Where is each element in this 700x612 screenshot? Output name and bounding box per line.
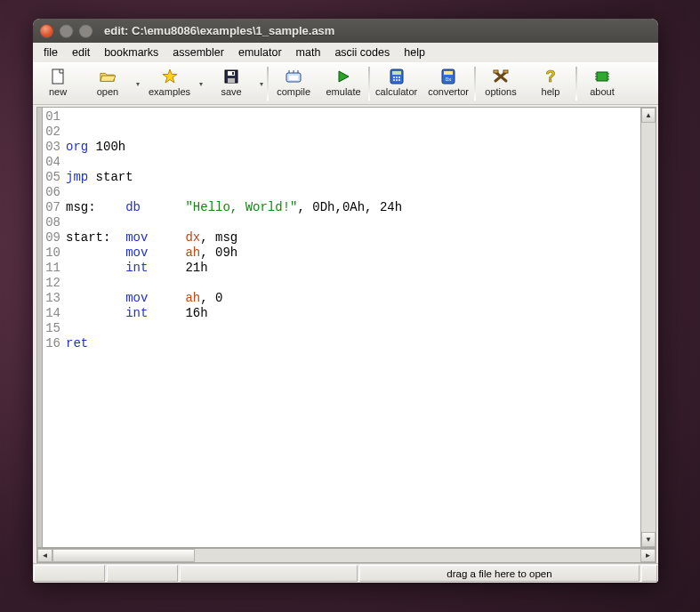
code-line[interactable]: 01 — [43, 109, 640, 125]
line-content[interactable] — [66, 125, 640, 140]
scroll-left-button[interactable]: ◄ — [37, 549, 52, 562]
line-content[interactable]: jmp start — [66, 170, 640, 185]
code-editor[interactable]: 010203org 100h0405jmp start0607msg: db "… — [43, 108, 640, 547]
vertical-scrollbar[interactable]: ▲ ▼ — [640, 108, 656, 547]
compile-icon — [286, 68, 302, 85]
opts-icon — [493, 68, 509, 85]
scroll-right-button[interactable]: ► — [640, 549, 656, 562]
code-line[interactable]: 05jmp start — [43, 170, 640, 185]
code-line[interactable]: 14 int 16h — [43, 306, 640, 321]
code-line[interactable]: 12 — [43, 276, 640, 291]
toolbar-label: save — [221, 86, 241, 97]
status-cell-3 — [180, 565, 358, 582]
code-line[interactable]: 06 — [43, 185, 640, 200]
line-content[interactable] — [66, 109, 640, 125]
calc-icon — [389, 68, 405, 85]
examples-dropdown[interactable]: ▾ — [196, 63, 206, 104]
toolbar-label: examples — [149, 86, 190, 97]
convertor-button[interactable]: 0xconvertor — [422, 63, 474, 104]
emulate-button[interactable]: emulate — [318, 63, 368, 104]
horizontal-scrollbar[interactable]: ◄ ► — [36, 548, 656, 563]
code-line[interactable]: 13 mov ah, 0 — [43, 291, 640, 306]
toolbar-label: emulate — [326, 86, 361, 97]
code-line[interactable]: 09start: mov dx, msg — [43, 230, 640, 246]
code-line[interactable]: 02 — [43, 125, 640, 140]
maximize-icon[interactable] — [79, 24, 93, 37]
close-icon[interactable] — [40, 24, 53, 37]
line-content[interactable] — [66, 215, 640, 230]
help-button[interactable]: ?help — [526, 63, 575, 104]
line-number: 11 — [43, 261, 66, 276]
line-content[interactable]: ret — [66, 336, 640, 351]
star-icon — [162, 68, 178, 85]
compile-button[interactable]: compile — [269, 63, 318, 104]
svg-rect-10 — [289, 76, 298, 80]
calculator-button[interactable]: calculator — [370, 63, 422, 104]
menu-edit[interactable]: edit — [65, 44, 97, 60]
open-icon — [100, 68, 116, 85]
line-number: 03 — [43, 140, 66, 155]
minimize-icon[interactable] — [60, 24, 73, 37]
hscroll-thumb[interactable] — [52, 549, 195, 562]
code-line[interactable]: 16ret — [43, 336, 640, 351]
drop-hint-cell[interactable]: drag a file here to open — [359, 565, 640, 582]
save-dropdown[interactable]: ▾ — [256, 63, 267, 104]
save-button[interactable]: save — [206, 63, 256, 104]
line-content[interactable] — [66, 185, 640, 200]
toolbar-label: calculator — [375, 86, 417, 97]
toolbar-label: convertor — [428, 86, 469, 97]
app-window: edit: C:\emu8086\examples\1_sample.asm f… — [33, 19, 658, 583]
menu-help[interactable]: help — [397, 44, 432, 60]
menu-file[interactable]: file — [36, 44, 65, 60]
line-content[interactable] — [66, 276, 640, 291]
line-content[interactable]: int 21h — [66, 261, 640, 276]
line-content[interactable]: start: mov dx, msg — [66, 230, 640, 246]
about-button[interactable]: about — [577, 63, 627, 104]
open-dropdown[interactable]: ▾ — [133, 63, 143, 104]
svg-rect-4 — [228, 78, 235, 83]
line-number: 05 — [43, 170, 66, 185]
menu-assembler[interactable]: assembler — [165, 44, 231, 60]
line-content[interactable]: msg: db "Hello, World!", 0Dh,0Ah, 24h — [66, 200, 640, 215]
code-line[interactable]: 07msg: db "Hello, World!", 0Dh,0Ah, 24h — [43, 200, 640, 215]
menu-emulator[interactable]: emulator — [231, 44, 289, 60]
scroll-track[interactable] — [641, 123, 656, 532]
toolbar-label: options — [485, 86, 516, 97]
menu-bookmarks[interactable]: bookmarks — [97, 44, 165, 60]
line-content[interactable] — [66, 321, 640, 336]
code-line[interactable]: 15 — [43, 321, 640, 336]
code-line[interactable]: 03org 100h — [43, 140, 640, 155]
svg-rect-0 — [52, 69, 63, 84]
resize-grip[interactable] — [641, 565, 657, 582]
line-content[interactable]: mov ah, 0 — [66, 291, 640, 306]
toolbar-label: help — [542, 86, 560, 97]
menu-math[interactable]: math — [289, 44, 328, 60]
toolbar: newopen▾examples▾save▾compileemulatecalc… — [33, 62, 658, 105]
hscroll-track[interactable] — [52, 549, 640, 562]
line-content[interactable]: int 16h — [66, 306, 640, 321]
code-line[interactable]: 08 — [43, 215, 640, 230]
new-button[interactable]: new — [33, 63, 83, 104]
code-line[interactable]: 10 mov ah, 09h — [43, 246, 640, 261]
svg-rect-23 — [494, 70, 498, 73]
toolbar-label: compile — [277, 86, 310, 97]
code-line[interactable]: 11 int 21h — [43, 261, 640, 276]
svg-rect-21 — [444, 71, 453, 75]
conv-icon: 0x — [440, 68, 456, 85]
examples-button[interactable]: examples — [143, 63, 196, 104]
scroll-down-button[interactable]: ▼ — [641, 532, 656, 547]
line-number: 13 — [43, 291, 66, 306]
line-content[interactable]: org 100h — [66, 140, 640, 155]
toolbar-label: about — [590, 86, 615, 97]
titlebar[interactable]: edit: C:\emu8086\examples\1_sample.asm — [33, 19, 658, 43]
open-button[interactable]: open — [83, 63, 133, 104]
line-content[interactable]: mov ah, 09h — [66, 246, 640, 261]
line-number: 01 — [43, 109, 66, 125]
svg-rect-5 — [232, 72, 234, 75]
scroll-up-button[interactable]: ▲ — [641, 108, 656, 123]
line-content[interactable] — [66, 155, 640, 170]
svg-point-18 — [396, 79, 398, 81]
menu-ascii-codes[interactable]: ascii codes — [327, 44, 397, 60]
code-line[interactable]: 04 — [43, 155, 640, 170]
options-button[interactable]: options — [476, 63, 526, 104]
